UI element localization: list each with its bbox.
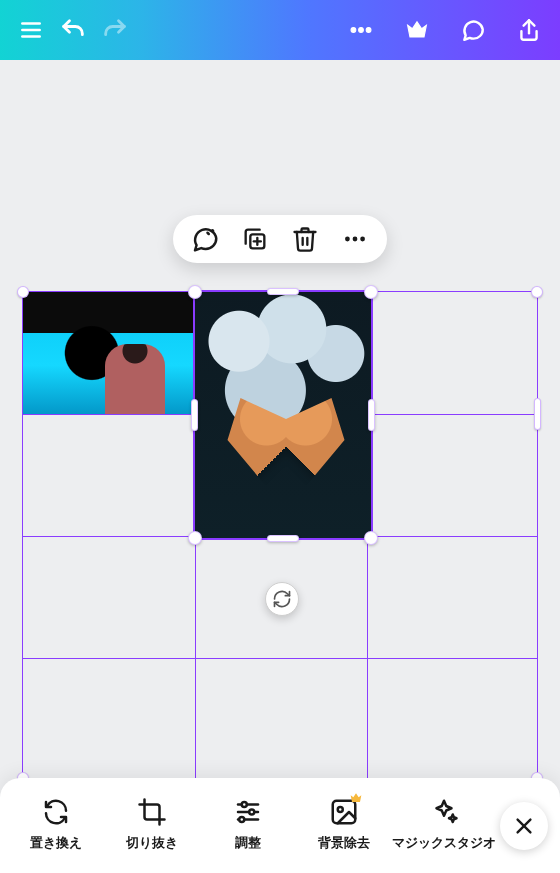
swap-icon [40,796,72,828]
redo-icon[interactable] [96,11,134,49]
svg-point-15 [249,809,254,814]
svg-point-3 [351,28,356,33]
design-canvas[interactable] [0,60,560,873]
tool-adjust[interactable]: 調整 [200,796,296,852]
more-icon[interactable] [342,11,380,49]
tool-crop[interactable]: 切り抜き [104,796,200,852]
trash-icon[interactable] [289,223,321,255]
rotate-handle[interactable] [265,582,299,616]
chat-icon[interactable] [454,11,492,49]
grid-resize-handle[interactable] [531,286,543,298]
tool-label: 切り抜き [126,834,178,852]
svg-point-19 [338,807,343,812]
context-action-pill [173,215,387,263]
grid-resize-handle[interactable] [534,398,541,430]
app-header [0,0,560,60]
svg-point-4 [359,28,364,33]
tool-label: 調整 [235,834,261,852]
more-icon[interactable] [339,223,371,255]
tool-replace[interactable]: 置き換え [8,796,104,852]
tool-label: 背景除去 [318,834,370,852]
svg-point-5 [366,28,371,33]
svg-point-9 [345,237,350,242]
crop-icon [136,796,168,828]
grid-line [23,658,537,659]
menu-icon[interactable] [12,11,50,49]
pro-badge-icon [348,790,364,810]
share-icon[interactable] [510,11,548,49]
undo-icon[interactable] [54,11,92,49]
svg-point-10 [353,237,358,242]
sparkle-icon [428,796,460,828]
grid-photo-selected[interactable] [195,292,371,538]
tool-removebg[interactable]: 背景除去 [296,796,392,852]
svg-point-11 [360,237,365,242]
tool-label: 置き換え [30,834,82,852]
removebg-icon [328,796,360,828]
grid-resize-handle[interactable] [17,286,29,298]
grid-photo[interactable] [23,292,195,414]
crown-icon[interactable] [398,11,436,49]
photo-grid[interactable] [22,291,538,779]
edit-toolbar: 置き換え 切り抜き 調整 背景除去 マジックスタジオ [0,778,560,873]
tool-label: マジックスタジオ [392,834,496,852]
ai-chat-icon[interactable] [189,223,221,255]
svg-point-13 [242,802,247,807]
sliders-icon [232,796,264,828]
tool-magic[interactable]: マジックスタジオ [392,796,496,852]
duplicate-icon[interactable] [239,223,271,255]
svg-point-17 [239,817,244,822]
close-button[interactable] [500,802,548,850]
